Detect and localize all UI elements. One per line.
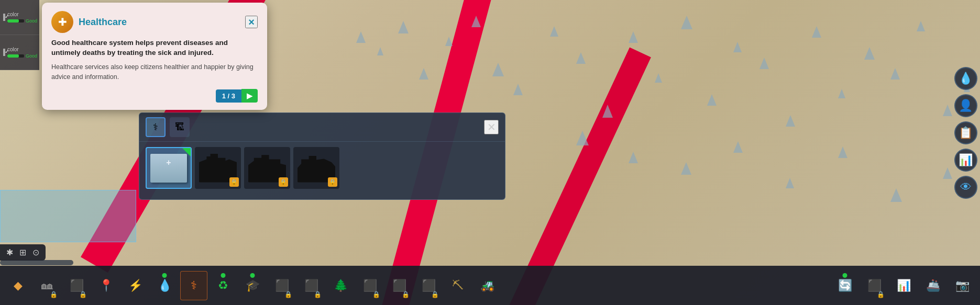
toolbar-item-transport[interactable]: 🚢	[919, 271, 946, 300]
tree	[838, 89, 845, 98]
asterisk-icon[interactable]: ✱	[4, 246, 15, 258]
tree	[733, 42, 742, 52]
roads-icon: 📍	[99, 280, 113, 291]
tree	[707, 94, 717, 106]
tree	[786, 178, 794, 188]
right-chart-icon: 📊	[959, 153, 973, 167]
toolbar-item-parks[interactable]: 🌲	[327, 271, 354, 300]
secondary-tab-icon: 🏗	[175, 122, 184, 133]
stats-icon: 📊	[897, 280, 911, 291]
toolbar-item-locked7[interactable]: ⬛ 🔒	[861, 271, 888, 300]
indicator-item-0[interactable]: color Good	[0, 0, 39, 35]
right-citizen-button[interactable]: 👤	[954, 94, 977, 117]
tree	[838, 146, 847, 158]
water-icon: 💧	[158, 280, 172, 291]
panel-close-button[interactable]: ✕	[484, 120, 499, 134]
toolbar-item-camera[interactable]: 📷	[949, 271, 976, 300]
tree	[890, 188, 902, 202]
indicator-checkbox-0[interactable]	[3, 14, 5, 21]
toolbar-item-farming[interactable]: 🚜	[474, 271, 501, 300]
recycling-green-dot	[843, 273, 847, 278]
hospital1-lock-badge: 🔒	[229, 177, 239, 187]
circle-icon[interactable]: ⊙	[30, 246, 41, 258]
indicator-bar-fill-1	[7, 54, 19, 58]
building-item-hospital3[interactable]: 🔒	[293, 147, 339, 189]
transport-icon: 🚢	[926, 280, 940, 291]
toolbar-item-power[interactable]: ⚡	[122, 271, 149, 300]
toolbar-item-locked2[interactable]: ⬛ 🔒	[268, 271, 295, 300]
indicator-item-1[interactable]: color Good	[0, 35, 39, 70]
toolbar-item-healthcare[interactable]: ⚕	[180, 271, 207, 300]
indicator-label-0: color	[7, 12, 37, 17]
hospital2-lock-badge: 🔒	[279, 177, 288, 187]
tree	[550, 26, 558, 37]
tooltip-page-indicator: 1 / 3	[216, 89, 241, 103]
tooltip-footer: 1 / 3 ▶	[51, 89, 258, 103]
right-water-button[interactable]: 💧	[954, 67, 977, 90]
tree	[655, 73, 662, 83]
tree	[864, 47, 875, 60]
right-list-button[interactable]: 📋	[954, 121, 977, 144]
bottom-left-toolbar: ✱ ⊞ ⊙	[0, 244, 46, 261]
indicator-bar-fill-0	[7, 19, 19, 22]
building-item-hospital1[interactable]: 🔒	[195, 147, 241, 189]
indicator-status-0: Good	[26, 18, 37, 24]
locked5-lock: 🔒	[402, 291, 410, 298]
toolbar-item-education[interactable]: 🎓	[239, 271, 266, 300]
parks-icon: 🌲	[334, 280, 348, 291]
bottom-scrollbar[interactable]	[0, 260, 73, 265]
hospital3-lock-badge: 🔒	[328, 177, 337, 187]
indicator-bar-row-1: Good	[7, 53, 37, 59]
toolbar-item-zones[interactable]: ◆	[4, 271, 31, 300]
tooltip-nav-button[interactable]: 1 / 3 ▶	[216, 89, 258, 103]
toolbar-item-locked5[interactable]: ⬛ 🔒	[386, 271, 413, 300]
building-item-clinic[interactable]	[146, 147, 192, 189]
tooltip-close-button[interactable]: ×	[245, 16, 258, 28]
indicator-label-1: color	[7, 47, 37, 52]
toolbar-item-locked6[interactable]: ⬛ 🔒	[415, 271, 442, 300]
toolbar-item-industry[interactable]: ⛏	[444, 271, 471, 300]
grid-icon[interactable]: ⊞	[17, 246, 28, 258]
tooltip-next-button[interactable]: ▶	[241, 89, 258, 103]
tooltip-sub-text: Healthcare services also keep citizens h…	[51, 62, 258, 82]
toolbar-item-recycling[interactable]: 🔄	[831, 271, 858, 300]
tree	[356, 31, 366, 43]
toolbar-item-roads[interactable]: 📍	[92, 271, 119, 300]
locked2-lock: 🔒	[284, 291, 292, 298]
tree	[917, 21, 925, 31]
waste-icon: ♻	[218, 280, 228, 291]
locked1-lock: 🔒	[79, 291, 87, 298]
left-sidebar: color Good color Good	[0, 0, 39, 70]
camera-icon: 📷	[955, 280, 970, 291]
right-chart-button[interactable]: 📊	[954, 149, 977, 172]
toolbar-item-locked1[interactable]: ⬛ 🔒	[63, 271, 90, 300]
panel-tab-healthcare[interactable]: ⚕	[146, 117, 166, 137]
toolbar-item-water[interactable]: 💧	[151, 271, 178, 300]
tree	[629, 152, 638, 163]
farming-icon: 🚜	[480, 280, 494, 291]
education-green-dot	[250, 273, 255, 278]
right-citizen-icon: 👤	[959, 99, 973, 112]
tree	[629, 31, 638, 43]
building-placement-grid	[0, 190, 136, 242]
locked1-icon: ⬛	[70, 280, 84, 291]
right-camera-button[interactable]: 👁	[954, 176, 977, 199]
indicator-checkbox-1[interactable]	[3, 49, 5, 56]
right-camera-icon: 👁	[960, 180, 972, 194]
toolbar-item-residential[interactable]: 🏘 🔒	[34, 271, 61, 300]
building-item-hospital2[interactable]: 🔒	[244, 147, 290, 189]
tree	[681, 16, 692, 29]
toolbar-item-stats[interactable]: 📊	[890, 271, 917, 300]
toolbar-item-locked3[interactable]: ⬛ 🔒	[298, 271, 325, 300]
toolbar-item-locked4[interactable]: ⬛ 🔒	[356, 271, 383, 300]
locked7-icon: ⬛	[867, 280, 882, 291]
locked7-lock: 🔒	[877, 291, 885, 298]
locked2-icon: ⬛	[275, 280, 289, 291]
panel-tab-secondary[interactable]: 🏗	[170, 117, 190, 137]
toolbar-item-waste[interactable]: ♻	[210, 271, 237, 300]
right-list-icon: 📋	[959, 126, 973, 140]
healthcare-tab-icon: ⚕	[153, 121, 158, 133]
water-green-dot	[162, 273, 167, 278]
tree	[890, 68, 900, 80]
right-water-icon: 💧	[959, 72, 973, 85]
